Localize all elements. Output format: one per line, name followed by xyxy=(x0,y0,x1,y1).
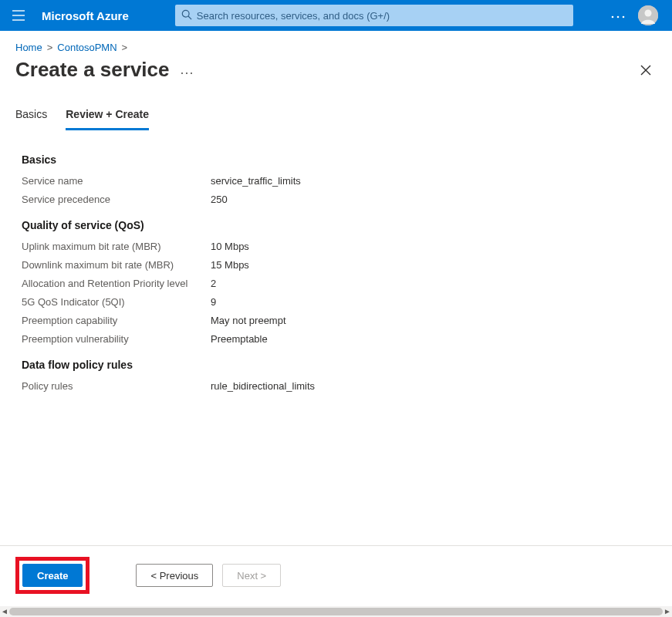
value: 9 xyxy=(211,296,216,308)
tab-basics[interactable]: Basics xyxy=(15,108,47,130)
value: 15 Mbps xyxy=(211,259,249,271)
tab-strip: Basics Review + Create xyxy=(0,89,672,130)
create-highlight-box: Create xyxy=(15,557,89,594)
search-input[interactable] xyxy=(192,9,567,22)
breadcrumb-resource[interactable]: ContosoPMN xyxy=(57,42,117,53)
label: Allocation and Retention Priority level xyxy=(22,278,211,289)
previous-button[interactable]: < Previous xyxy=(136,564,213,587)
breadcrumb: Home > ContosoPMN > xyxy=(0,31,672,56)
brand-label: Microsoft Azure xyxy=(42,9,129,22)
title-row: Create a service ··· xyxy=(0,56,672,89)
row-policy-rules: Policy rules rule_bidirectional_limits xyxy=(22,380,657,392)
svg-point-9 xyxy=(645,10,652,17)
chevron-right-icon: > xyxy=(47,42,53,53)
label: Policy rules xyxy=(22,380,211,392)
next-button: Next > xyxy=(222,564,281,587)
value: 10 Mbps xyxy=(211,241,249,252)
scrollbar-thumb[interactable] xyxy=(9,608,663,615)
row-preemption-vulnerability: Preemption vulnerability Preemptable xyxy=(22,333,657,345)
svg-point-3 xyxy=(182,10,189,17)
svg-point-7 xyxy=(623,15,625,18)
label: 5G QoS Indicator (5QI) xyxy=(22,296,211,308)
value: service_traffic_limits xyxy=(211,175,301,187)
scroll-right-icon[interactable]: ► xyxy=(664,607,671,615)
label: Preemption vulnerability xyxy=(22,333,211,345)
tab-review-create[interactable]: Review + Create xyxy=(66,108,149,130)
label: Uplink maximum bit rate (MBR) xyxy=(22,241,211,252)
value: 250 xyxy=(211,194,228,205)
svg-line-4 xyxy=(188,16,191,19)
section-title-qos: Quality of service (QoS) xyxy=(22,219,657,231)
label: Downlink maximum bit rate (MBR) xyxy=(22,259,211,271)
wizard-footer: Create < Previous Next > xyxy=(0,546,672,606)
svg-point-5 xyxy=(612,15,614,18)
section-title-basics: Basics xyxy=(22,153,657,166)
user-avatar-icon[interactable] xyxy=(638,5,658,25)
value: rule_bidirectional_limits xyxy=(211,380,315,392)
page-title: Create a service xyxy=(15,58,169,82)
hamburger-menu-icon[interactable] xyxy=(6,3,31,28)
row-preemption-capability: Preemption capability May not preempt xyxy=(22,315,657,326)
azure-header: Microsoft Azure xyxy=(0,0,672,31)
label: Preemption capability xyxy=(22,315,211,326)
review-content: Basics Service name service_traffic_limi… xyxy=(0,130,672,545)
value: May not preempt xyxy=(211,315,286,326)
row-5qi: 5G QoS Indicator (5QI) 9 xyxy=(22,296,657,308)
value: 2 xyxy=(211,278,216,289)
horizontal-scrollbar[interactable]: ◄ ► xyxy=(0,606,672,617)
close-icon[interactable] xyxy=(635,59,657,81)
more-actions-icon[interactable] xyxy=(610,10,626,22)
search-icon xyxy=(181,9,192,22)
row-service-name: Service name service_traffic_limits xyxy=(22,175,657,187)
value: Preemptable xyxy=(211,333,268,345)
create-button[interactable]: Create xyxy=(22,564,83,587)
label: Service precedence xyxy=(22,194,211,205)
section-title-policy: Data flow policy rules xyxy=(22,359,657,371)
title-more-icon[interactable]: ··· xyxy=(180,65,194,81)
scroll-left-icon[interactable]: ◄ xyxy=(1,607,8,615)
row-downlink-mbr: Downlink maximum bit rate (MBR) 15 Mbps xyxy=(22,259,657,271)
chevron-right-icon: > xyxy=(122,42,128,53)
label: Service name xyxy=(22,175,211,187)
svg-point-6 xyxy=(617,15,620,18)
row-uplink-mbr: Uplink maximum bit rate (MBR) 10 Mbps xyxy=(22,241,657,252)
breadcrumb-home[interactable]: Home xyxy=(15,42,42,53)
row-service-precedence: Service precedence 250 xyxy=(22,194,657,205)
global-search[interactable] xyxy=(175,5,573,26)
row-arp-level: Allocation and Retention Priority level … xyxy=(22,278,657,289)
